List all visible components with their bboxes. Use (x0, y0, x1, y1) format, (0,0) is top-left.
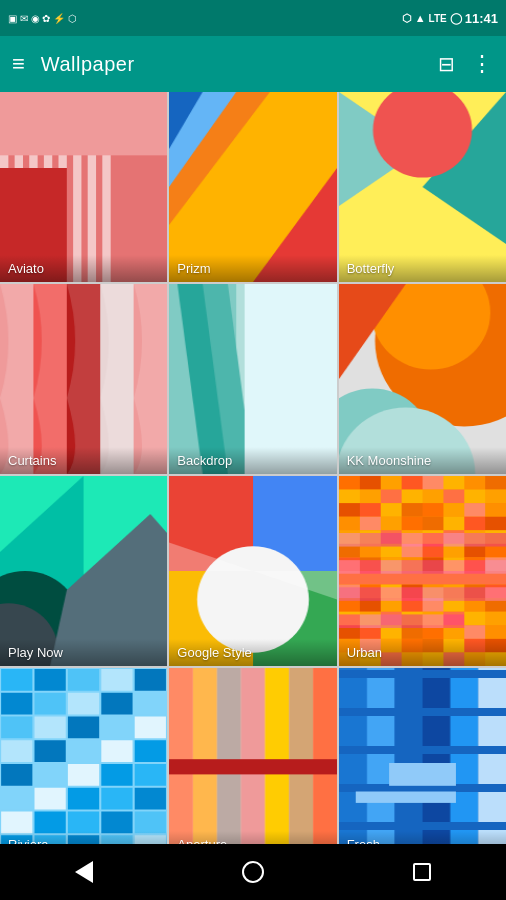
wallpaper-label-playnow: Play Now (0, 639, 167, 666)
battery-icon: ◯ (450, 12, 462, 25)
wallpaper-label-curtains: Curtains (0, 447, 167, 474)
navigation-bar (0, 844, 506, 900)
back-button[interactable] (75, 861, 93, 883)
bluetooth-icon: ⬡ (402, 12, 412, 25)
wallpaper-item-googlestyle[interactable]: Google Style (169, 476, 336, 666)
wallpaper-item-playnow[interactable]: Play Now (0, 476, 167, 666)
wallpaper-item-curtains[interactable]: Curtains (0, 284, 167, 474)
wallpaper-grid-container: AviatoPrizmBotterflyCurtainsBackdropKK M… (0, 92, 506, 844)
wallpaper-item-aviato[interactable]: Aviato (0, 92, 167, 282)
wallpaper-label-aviato: Aviato (0, 255, 167, 282)
more-options-icon[interactable]: ⋮ (471, 51, 494, 77)
back-icon (75, 861, 93, 883)
home-icon (242, 861, 264, 883)
status-bar-left: ▣ ✉ ◉ ✿ ⚡ ⬡ (8, 13, 77, 24)
wallpaper-grid: AviatoPrizmBotterflyCurtainsBackdropKK M… (0, 92, 506, 844)
clock: 11:41 (465, 11, 498, 26)
wallpaper-item-riviera[interactable]: Riviera (0, 668, 167, 844)
recents-icon (413, 863, 431, 881)
wallpaper-item-botterfly[interactable]: Botterfly (339, 92, 506, 282)
home-button[interactable] (242, 861, 264, 883)
wallpaper-item-prizm[interactable]: Prizm (169, 92, 336, 282)
toolbar: ≡ Wallpaper ⊟ ⋮ (0, 36, 506, 92)
wallpaper-label-botterfly: Botterfly (339, 255, 506, 282)
wallpaper-item-backdrop[interactable]: Backdrop (169, 284, 336, 474)
wallpaper-item-fresh[interactable]: Fresh (339, 668, 506, 844)
status-bar-right: ⬡ ▲ LTE ◯ 11:41 (402, 11, 498, 26)
wifi-icon: ▲ (415, 12, 426, 24)
wallpaper-label-kkmoonshine: KK Moonshine (339, 447, 506, 474)
wallpaper-label-fresh: Fresh (339, 831, 506, 844)
toolbar-actions: ⊟ ⋮ (438, 51, 494, 77)
wallpaper-label-prizm: Prizm (169, 255, 336, 282)
status-bar: ▣ ✉ ◉ ✿ ⚡ ⬡ ⬡ ▲ LTE ◯ 11:41 (0, 0, 506, 36)
wallpaper-label-googlestyle: Google Style (169, 639, 336, 666)
wallpaper-label-backdrop: Backdrop (169, 447, 336, 474)
wallpaper-item-aperture[interactable]: Aperture (169, 668, 336, 844)
menu-icon[interactable]: ≡ (12, 51, 25, 77)
wallpaper-label-riviera: Riviera (0, 831, 167, 844)
wallpaper-label-urban: Urban (339, 639, 506, 666)
recents-button[interactable] (413, 863, 431, 881)
page-title: Wallpaper (41, 53, 438, 76)
wallpaper-item-urban[interactable]: Urban (339, 476, 506, 666)
grid-view-icon[interactable]: ⊟ (438, 52, 455, 76)
wallpaper-item-kkmoonshine[interactable]: KK Moonshine (339, 284, 506, 474)
wallpaper-label-aperture: Aperture (169, 831, 336, 844)
lte-label: LTE (429, 13, 447, 24)
notification-icons: ▣ ✉ ◉ ✿ ⚡ ⬡ (8, 13, 77, 24)
